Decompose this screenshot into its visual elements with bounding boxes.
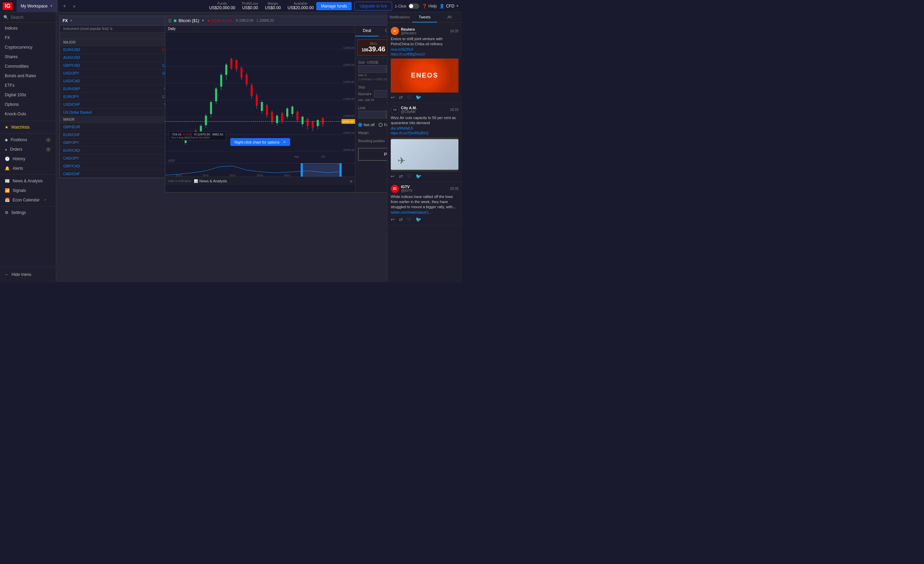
- stop-normal-button[interactable]: Normal ▾: [358, 92, 371, 96]
- news-feed: R Reuters @Reuters 16:35 Eneos to shift …: [387, 23, 462, 282]
- market-categories: Indices FX Cryptocurrency Shares Commodi…: [0, 23, 56, 119]
- reuters-link1[interactable]: reut.rs/3kZfXof: [391, 48, 413, 51]
- cityam-like-icon[interactable]: ♡: [407, 174, 411, 179]
- sidebar-alerts[interactable]: 🔔 Alerts: [0, 164, 56, 173]
- tooltip-close-button[interactable]: ✕: [283, 140, 286, 144]
- help-button[interactable]: ❓ Help: [422, 4, 437, 9]
- plane-icon: ✈: [398, 155, 405, 166]
- sidebar-positions[interactable]: ◆ Positions 0: [0, 135, 56, 145]
- sidebar-econ-calendar[interactable]: 📅 Econ Calendar ↗: [0, 195, 56, 205]
- force-open-radio[interactable]: Force open: [378, 123, 387, 127]
- sidebar-watchlists[interactable]: ★ Watchlists: [0, 123, 56, 132]
- sidebar-orders[interactable]: ⬥ Orders 0: [0, 145, 56, 154]
- funds-stat: Funds US$20,000.00: [209, 2, 236, 10]
- fx-tab-close[interactable]: ✕: [70, 19, 72, 22]
- chart-period-daily[interactable]: Daily: [168, 27, 176, 31]
- size-input[interactable]: [358, 66, 386, 72]
- manage-funds-button[interactable]: Manage funds: [316, 2, 352, 10]
- size-label-text: Size: [358, 60, 364, 64]
- btc-panel-header: ☰ Bitcoin ($1) ▼ ▼ 22.66 0.21% H 10813.5…: [165, 16, 387, 26]
- all-tab[interactable]: All: [437, 12, 462, 22]
- igtv-retweet-icon[interactable]: ⇄: [399, 217, 403, 222]
- cityam-link2[interactable]: https://t.co/7DmR0yB0rQ: [391, 131, 429, 135]
- limit-down-button[interactable]: ▼: [386, 115, 387, 118]
- btc-menu-icon[interactable]: ☰: [168, 18, 172, 23]
- stop-input-wrapper[interactable]: ▲ ▼: [374, 90, 387, 98]
- positions-label: Positions: [10, 137, 27, 142]
- upgrade-button[interactable]: Upgrade to live: [354, 2, 392, 10]
- user-menu[interactable]: 👤 CFD ▼: [440, 4, 459, 9]
- reuters-twitter-icon[interactable]: 🐦: [416, 94, 422, 100]
- reuters-retweet-icon[interactable]: ⇄: [399, 94, 403, 100]
- one-click-switch[interactable]: [408, 3, 419, 9]
- stop-normal-text: Normal: [358, 92, 369, 96]
- sidebar-item-options[interactable]: Options: [0, 100, 56, 109]
- news-footer-label: News & Analysis: [199, 179, 227, 183]
- hide-menu-button[interactable]: ← Hide menu: [0, 270, 56, 279]
- news-analysis-footer[interactable]: 📊 News & Analysis: [194, 179, 227, 183]
- main-layout: 🔍 Indices FX Cryptocurrency Shares Commo…: [0, 12, 462, 282]
- mini-chart[interactable]: 2014 2016 2017 2018 2019: [165, 163, 355, 177]
- limit-input-wrapper[interactable]: ▲ ▼: [358, 111, 387, 118]
- igtv-reply-icon[interactable]: ↩: [391, 217, 395, 222]
- deal-tab-order[interactable]: Order: [378, 26, 387, 36]
- sidebar-item-shares[interactable]: Shares: [0, 52, 56, 62]
- workspace-tab[interactable]: My Workspace ▼: [16, 0, 57, 12]
- igtv-like-icon[interactable]: ♡: [407, 217, 411, 222]
- sidebar-item-fx[interactable]: FX: [0, 33, 56, 42]
- igtv-time: 16:30: [450, 187, 458, 190]
- sidebar-news[interactable]: 📰 News & Analysis: [0, 176, 56, 186]
- place-deal-button[interactable]: Place deal: [358, 148, 387, 160]
- instrument-eurjpy: EUR/JPY: [63, 94, 141, 99]
- sidebar-item-knockouts[interactable]: Knock-Outs: [0, 109, 56, 119]
- cityam-twitter-icon[interactable]: 🐦: [416, 174, 422, 179]
- reuters-reply-icon[interactable]: ↩: [391, 94, 395, 100]
- sell-price-box[interactable]: SELL 10639.46: [357, 39, 387, 56]
- size-input-wrapper[interactable]: ▲ ▼: [358, 65, 387, 73]
- workspace-dropdown[interactable]: ▼: [50, 4, 53, 8]
- chart-date-labels: 2020: [165, 158, 355, 163]
- limit-up-button[interactable]: ▲: [386, 111, 387, 115]
- reuters-time: 16:35: [450, 29, 458, 33]
- sidebar-item-commodities[interactable]: Commodities: [0, 62, 56, 71]
- cityam-text: Wizz Air cuts capacity to 50 per cent as…: [391, 116, 458, 126]
- igtv-twitter-icon[interactable]: 🐦: [416, 217, 422, 222]
- add-tab-button[interactable]: +: [60, 3, 69, 9]
- tweets-tab[interactable]: Tweets: [412, 12, 437, 22]
- sidebar-item-etfs[interactable]: ETFs: [0, 81, 56, 90]
- nav-arrows[interactable]: »: [71, 3, 77, 9]
- igtv-link1[interactable]: twitter.com/i/web/status/1...: [391, 211, 432, 214]
- sidebar-item-bonds[interactable]: Bonds and Rates: [0, 71, 56, 81]
- cityam-link1[interactable]: dlvr.it/RhKML5: [391, 126, 413, 130]
- signals-label: Signals: [13, 188, 26, 193]
- cityam-source-row: CA City A.M. @CityAM 16:33: [391, 106, 458, 114]
- margin-field-label: Margin: [358, 131, 369, 135]
- cityam-name: City A.M.: [401, 106, 417, 110]
- search-input[interactable]: [10, 15, 56, 20]
- limit-input[interactable]: [358, 111, 386, 118]
- etfs-label: ETFs: [5, 83, 15, 88]
- sidebar-item-digital[interactable]: Digital 100s: [0, 90, 56, 100]
- deal-tab-deal[interactable]: Deal: [356, 26, 378, 36]
- reuters-like-icon[interactable]: ♡: [407, 94, 411, 100]
- btc-title-dropdown[interactable]: ▼: [201, 19, 205, 22]
- position-type-row: Net off Force open: [356, 121, 387, 129]
- chart-expand-button[interactable]: »: [350, 178, 352, 184]
- cityam-reply-icon[interactable]: ↩: [391, 174, 395, 179]
- sidebar-history[interactable]: 🕐 History: [0, 154, 56, 164]
- net-off-radio[interactable]: Net off: [358, 123, 374, 127]
- cityam-retweet-icon[interactable]: ⇄: [399, 174, 403, 179]
- sidebar-settings[interactable]: ⚙ Settings: [0, 208, 56, 218]
- sidebar-signals[interactable]: 📶 Signals: [0, 186, 56, 195]
- resulting-row: Resulting position -: [356, 137, 387, 145]
- stop-input[interactable]: [374, 90, 387, 97]
- sidebar-item-indices[interactable]: Indices: [0, 24, 56, 33]
- news-label: News & Analysis: [13, 178, 43, 183]
- chart-svg-container[interactable]: 13000.00 12500.00 12000.00 11500.00 1100…: [165, 32, 355, 158]
- size-up-button[interactable]: ▲: [386, 66, 387, 69]
- sidebar-item-crypto[interactable]: Cryptocurrency: [0, 42, 56, 52]
- search-container[interactable]: 🔍: [0, 12, 56, 23]
- notifications-tab[interactable]: Notifications: [387, 12, 412, 22]
- size-down-button[interactable]: ▼: [386, 69, 387, 72]
- reuters-link2[interactable]: https://t.co/f0BgSvrzx3: [391, 52, 425, 56]
